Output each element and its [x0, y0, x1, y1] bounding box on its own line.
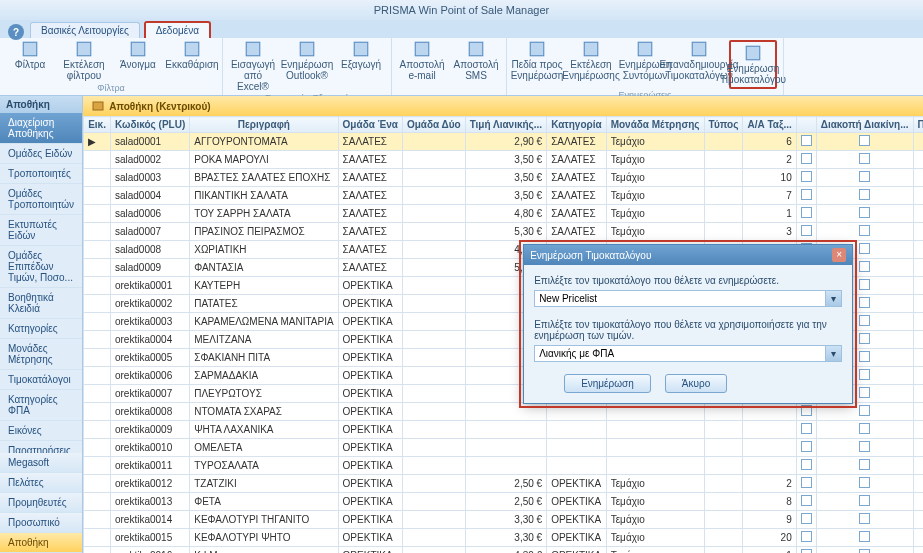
- checkbox-icon[interactable]: [859, 531, 870, 542]
- ribbon-πεδ-α-προς-ενημ-ρωση[interactable]: Πεδία προς Ενημέρωση: [513, 40, 561, 89]
- col-header[interactable]: Διακοπή Διακίνη...: [816, 117, 913, 133]
- ribbon-αποστολ-sms[interactable]: Αποστολή SMS: [452, 40, 500, 81]
- sidebar-bottom-1[interactable]: Πελάτες: [0, 473, 82, 493]
- checkbox-icon[interactable]: [859, 333, 870, 344]
- dialog-close-icon[interactable]: ×: [832, 248, 846, 262]
- table-row[interactable]: orektika0015ΚΕΦΑΛΟΤΥΡΙ ΨΗΤΟΟΡΕΚΤΙΚΑ3,30 …: [84, 529, 923, 547]
- checkbox-icon[interactable]: [801, 207, 812, 218]
- checkbox-icon[interactable]: [801, 477, 812, 488]
- col-header[interactable]: Κατηγορία: [547, 117, 607, 133]
- col-header[interactable]: Τιμή Λιανικής...: [465, 117, 547, 133]
- ribbon-αποστολ-e-mail[interactable]: Αποστολή e-mail: [398, 40, 446, 81]
- sidebar-item-5[interactable]: Ομάδες Επιπέδων Τιμών, Ποσο...: [0, 246, 82, 288]
- ribbon-εισαγωγ-απ-excel-[interactable]: Εισαγωγή από Excel®: [229, 40, 277, 92]
- table-row[interactable]: salad0004ΠΙΚΑΝΤΙΚΗ ΣΑΛΑΤΑΣΑΛΑΤΕΣ3,50 €ΣΑ…: [84, 187, 923, 205]
- checkbox-icon[interactable]: [801, 171, 812, 182]
- table-row[interactable]: orektika0012ΤΖΑΤΖΙΚΙΟΡΕΚΤΙΚΑ2,50 €ΟΡΕΚΤΙ…: [84, 475, 923, 493]
- chevron-down-icon[interactable]: ▾: [826, 290, 842, 307]
- help-icon[interactable]: ?: [8, 24, 24, 40]
- combo-source-input[interactable]: [534, 345, 826, 362]
- checkbox-icon[interactable]: [801, 153, 812, 164]
- ribbon-επαναδημιουργ-α-τιμοκαταλ-γων[interactable]: Επαναδημιουργία Τιμοκαταλόγων: [675, 40, 723, 89]
- checkbox-icon[interactable]: [859, 495, 870, 506]
- sidebar-bottom-3[interactable]: Προσωπικό: [0, 513, 82, 533]
- table-row[interactable]: orektika0008ΝΤΟΜΑΤΑ ΣΧΑΡΑΣΟΡΕΚΤΙΚΑ-8,00-…: [84, 403, 923, 421]
- table-row[interactable]: salad0003ΒΡΑΣΤΕΣ ΣΑΛΑΤΕΣ ΕΠΟΧΗΣΣΑΛΑΤΕΣ3,…: [84, 169, 923, 187]
- checkbox-icon[interactable]: [859, 441, 870, 452]
- checkbox-icon[interactable]: [801, 135, 812, 146]
- chevron-down-icon[interactable]: ▾: [826, 345, 842, 362]
- ribbon-εκκαθ-ριση[interactable]: Εκκαθάριση: [168, 40, 216, 81]
- sidebar-bottom-4[interactable]: Αποθήκη: [0, 533, 82, 553]
- checkbox-icon[interactable]: [859, 279, 870, 290]
- table-row[interactable]: ▶salad0001ΑΓΓΟΥΡΟΝΤΟΜΑΤΑΣΑΛΑΤΕΣ2,90 €ΣΑΛ…: [84, 133, 923, 151]
- sidebar-item-10[interactable]: Κατηγορίες ΦΠΑ: [0, 390, 82, 421]
- ribbon-εξαγωγ-[interactable]: Εξαγωγή: [337, 40, 385, 92]
- sidebar-bottom-0[interactable]: Megasoft: [0, 453, 82, 473]
- ribbon-εκτ-λεση-ενημ-ρωσης[interactable]: Εκτέλεση Ενημέρωσης: [567, 40, 615, 89]
- checkbox-icon[interactable]: [801, 513, 812, 524]
- checkbox-icon[interactable]: [801, 405, 812, 416]
- col-header[interactable]: Ομάδα Δύο: [402, 117, 465, 133]
- checkbox-icon[interactable]: [859, 315, 870, 326]
- sidebar-item-3[interactable]: Ομάδες Τροποποιητών: [0, 184, 82, 215]
- col-header[interactable]: Προγμ. ...: [913, 117, 923, 133]
- checkbox-icon[interactable]: [859, 369, 870, 380]
- dialog-titlebar[interactable]: Ενημέρωση Τιμοκαταλόγου ×: [524, 245, 852, 265]
- checkbox-icon[interactable]: [801, 423, 812, 434]
- col-header[interactable]: [796, 117, 816, 133]
- sidebar-item-6[interactable]: Βοηθητικά Κλειδιά: [0, 288, 82, 319]
- checkbox-icon[interactable]: [859, 513, 870, 524]
- sidebar-item-7[interactable]: Κατηγορίες: [0, 319, 82, 339]
- sidebar-item-1[interactable]: Ομάδες Ειδών: [0, 144, 82, 164]
- checkbox-icon[interactable]: [859, 297, 870, 308]
- combo-source-pricelist[interactable]: ▾: [534, 345, 842, 362]
- col-header[interactable]: Εικ.: [84, 117, 111, 133]
- checkbox-icon[interactable]: [859, 261, 870, 272]
- checkbox-icon[interactable]: [859, 189, 870, 200]
- cancel-button[interactable]: Άκυρο: [665, 374, 727, 393]
- table-row[interactable]: orektika0013ΦΕΤΑΟΡΕΚΤΙΚΑ2,50 €ΟΡΕΚΤΙΚΑΤε…: [84, 493, 923, 511]
- ribbon-ενημ-ρωση-τιμοκαταλ-γου[interactable]: Ενημέρωση Τιμοκαταλόγου: [729, 40, 777, 89]
- checkbox-icon[interactable]: [859, 459, 870, 470]
- combo-target-pricelist[interactable]: ▾: [534, 290, 842, 307]
- checkbox-icon[interactable]: [801, 441, 812, 452]
- checkbox-icon[interactable]: [859, 549, 870, 553]
- sidebar-item-8[interactable]: Μονάδες Μέτρησης: [0, 339, 82, 370]
- table-row[interactable]: salad0007ΠΡΑΣΙΝΟΣ ΠΕΙΡΑΣΜΟΣΣΑΛΑΤΕΣ5,30 €…: [84, 223, 923, 241]
- sidebar-item-11[interactable]: Εικόνες: [0, 421, 82, 441]
- col-header[interactable]: Ομάδα Ένα: [338, 117, 402, 133]
- sidebar-item-12[interactable]: Παρατηρήσεις: [0, 441, 82, 453]
- ribbon-εκτ-λεση-φ-λτρου[interactable]: Εκτέλεση φίλτρου: [60, 40, 108, 81]
- sidebar-item-4[interactable]: Εκτυπωτές Ειδών: [0, 215, 82, 246]
- checkbox-icon[interactable]: [859, 225, 870, 236]
- table-row[interactable]: salad0006ΤΟΥ ΣΑΡΡΗ ΣΑΛΑΤΑΣΑΛΑΤΕΣ4,80 €ΣΑ…: [84, 205, 923, 223]
- table-row[interactable]: salad0002ΡΟΚΑ ΜΑΡΟΥΛΙΣΑΛΑΤΕΣ3,50 €ΣΑΛΑΤΕ…: [84, 151, 923, 169]
- checkbox-icon[interactable]: [801, 549, 812, 553]
- update-button[interactable]: Ενημέρωση: [564, 374, 651, 393]
- checkbox-icon[interactable]: [801, 225, 812, 236]
- checkbox-icon[interactable]: [801, 531, 812, 542]
- ribbon-ενημ-ρωση-outlook-[interactable]: Ενημέρωση Outlook®: [283, 40, 331, 92]
- checkbox-icon[interactable]: [859, 423, 870, 434]
- ribbon--νοιγμα[interactable]: Άνοιγμα: [114, 40, 162, 81]
- table-row[interactable]: orektika0009ΨΗΤΑ ΛΑΧΑΝΙΚΑΟΡΕΚΤΙΚΑ-49,00-…: [84, 421, 923, 439]
- combo-target-input[interactable]: [534, 290, 826, 307]
- col-header[interactable]: Κωδικός (PLU): [110, 117, 189, 133]
- table-row[interactable]: orektika0016Κ Ι ΜΟΡΕΚΤΙΚΑ4,30 €ΟΡΕΚΤΙΚΑΤ…: [84, 547, 923, 554]
- checkbox-icon[interactable]: [801, 189, 812, 200]
- sidebar-item-2[interactable]: Τροποποιητές: [0, 164, 82, 184]
- checkbox-icon[interactable]: [859, 153, 870, 164]
- ribbon-φ-λτρα[interactable]: Φίλτρα: [6, 40, 54, 81]
- checkbox-icon[interactable]: [859, 243, 870, 254]
- checkbox-icon[interactable]: [801, 495, 812, 506]
- checkbox-icon[interactable]: [859, 171, 870, 182]
- table-row[interactable]: orektika0010ΟΜΕΛΕΤΑΟΡΕΚΤΙΚΑ-12,00-12,002…: [84, 439, 923, 457]
- table-row[interactable]: orektika0014ΚΕΦΑΛΟΤΥΡΙ ΤΗΓΑΝΙΤΟΟΡΕΚΤΙΚΑ3…: [84, 511, 923, 529]
- sidebar-item-0[interactable]: Διαχείριση Αποθήκης: [0, 113, 82, 144]
- table-row[interactable]: orektika0011ΤΥΡΟΣΑΛΑΤΑΟΡΕΚΤΙΚΑ-57,00-58,…: [84, 457, 923, 475]
- checkbox-icon[interactable]: [859, 477, 870, 488]
- col-header[interactable]: Τύπος: [704, 117, 743, 133]
- checkbox-icon[interactable]: [859, 135, 870, 146]
- checkbox-icon[interactable]: [801, 459, 812, 470]
